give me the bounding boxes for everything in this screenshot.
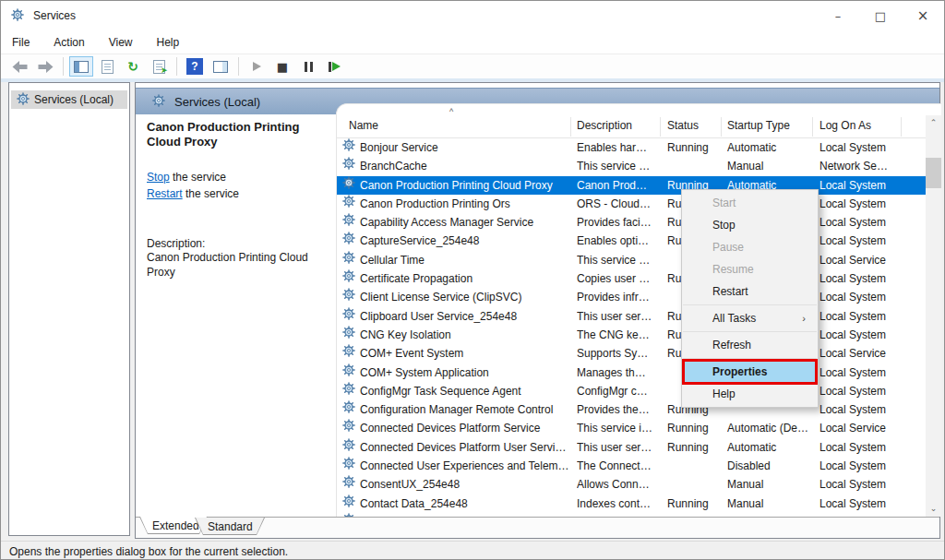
table-row[interactable]: Connected Devices Platform User Servi… T… [337, 438, 927, 457]
table-row[interactable]: COM+ Event System Supports Sy… Running L… [337, 344, 927, 363]
restart-service-icon[interactable] [322, 56, 346, 77]
context-menu-item-help[interactable]: Help [682, 383, 818, 405]
service-logon-cell: Network Se… [819, 157, 899, 175]
show-action-pane-icon[interactable] [209, 56, 233, 77]
toolbar-separator [238, 57, 239, 76]
service-gear-icon [342, 138, 355, 151]
service-name-cell: Canon Production Printing Ors [342, 195, 569, 213]
table-row[interactable]: ConsentUX_254e48 Allows Conn… Manual Loc… [337, 475, 927, 494]
table-row[interactable]: CNG Key Isolation The CNG ke… Running Lo… [337, 326, 927, 344]
refresh-icon[interactable]: ↻ [121, 56, 145, 77]
column-header-description[interactable]: Description [577, 119, 632, 132]
service-logon-cell: Local System [819, 195, 899, 213]
menu-view[interactable]: View [109, 36, 133, 49]
service-name-cell: CNG Key Isolation [342, 326, 569, 344]
selected-service-title: Canon Production Printing Cloud Proxy [147, 120, 331, 150]
status-text: Opens the properties dialog box for the … [9, 545, 288, 558]
tree-item-services-local[interactable]: Services (Local) [11, 90, 127, 109]
context-menu-item-all-tasks[interactable]: All Tasks› [682, 307, 818, 329]
menu-file[interactable]: File [12, 36, 30, 49]
stop-service-link[interactable]: Stop [147, 171, 170, 184]
table-row[interactable]: Canon Production Printing Cloud Proxy Ca… [337, 176, 927, 195]
scroll-down-icon[interactable]: ⌄ [926, 501, 941, 516]
statusbar: Opens the properties dialog box for the … [1, 541, 944, 560]
service-description-cell: Indexes cont… [577, 494, 662, 513]
table-row[interactable]: Bonjour Service Enables har… Running Aut… [337, 138, 927, 157]
service-status-cell: Running [667, 419, 723, 437]
context-menu-item-refresh[interactable]: Refresh [682, 334, 818, 356]
close-button[interactable]: × [902, 1, 944, 30]
stop-service-icon[interactable]: ■ [270, 56, 294, 77]
service-gear-icon [17, 92, 30, 105]
context-menu-item-resume: Resume [682, 258, 818, 280]
service-gear-icon [342, 475, 355, 488]
table-row[interactable]: Cellular Time This service … Local Servi… [337, 251, 927, 269]
context-menu-item-stop[interactable]: Stop [682, 214, 818, 236]
service-gear-icon [342, 382, 355, 395]
back-icon[interactable] [7, 56, 31, 77]
service-description-cell: ConfigMgr c… [577, 382, 662, 400]
table-row[interactable]: CaptureService_254e48 Enables opti… Runn… [337, 232, 927, 250]
column-header-status[interactable]: Status [667, 119, 699, 132]
help-icon[interactable]: ? [183, 56, 207, 77]
table-row[interactable]: Client License Service (ClipSVC) Provide… [337, 288, 927, 306]
description-text: Canon Production Printing Cloud Proxy [147, 251, 331, 280]
scrollbar-thumb[interactable] [926, 158, 941, 188]
menu-help[interactable]: Help [157, 36, 180, 49]
pause-service-icon[interactable] [296, 56, 320, 77]
services-window: Services – □ × File Action View Help ↻ ➤… [0, 0, 945, 560]
minimize-button[interactable]: – [817, 1, 859, 30]
table-row[interactable]: Connected User Experiences and Telem… Th… [337, 457, 927, 475]
service-gear-icon [11, 8, 24, 21]
tab-standard[interactable]: Standard [195, 518, 265, 535]
scroll-up-icon[interactable]: ⌃ [926, 115, 941, 130]
context-menu-item-restart[interactable]: Restart [682, 280, 818, 303]
service-description-cell: The CNG ke… [577, 326, 662, 344]
service-logon-cell: Local System [819, 138, 899, 157]
service-logon-cell: Local System [819, 494, 899, 513]
column-header-name[interactable]: Name [349, 119, 378, 132]
toolbar-separator [176, 57, 177, 76]
submenu-arrow-icon: › [802, 307, 806, 329]
maximize-button[interactable]: □ [859, 1, 902, 30]
service-logon-cell: Local System [819, 288, 899, 306]
table-row[interactable]: COM+ System Application Manages th… Loca… [337, 363, 927, 382]
table-row[interactable]: Capability Access Manager Service Provid… [337, 213, 927, 232]
forward-icon[interactable] [33, 56, 57, 77]
menu-action[interactable]: Action [54, 36, 84, 49]
service-logon-cell: Local Service [819, 251, 899, 269]
service-description-cell: The Connect… [577, 457, 662, 475]
service-name-cell: ConsentUX_254e48 [342, 475, 569, 494]
service-logon-cell: Local System [819, 400, 899, 419]
column-header-startup-type[interactable]: Startup Type [727, 119, 790, 132]
table-row[interactable]: Contact Data_254e48 Indexes cont… Runnin… [337, 494, 927, 513]
context-menu-item-start: Start [682, 192, 818, 214]
table-row[interactable]: Configuration Manager Remote Control Pro… [337, 400, 927, 419]
start-service-icon[interactable] [245, 56, 269, 77]
service-status-cell: Running [667, 138, 723, 157]
menu-separator [683, 331, 817, 332]
titlebar: Services – □ × [1, 1, 944, 30]
table-row[interactable]: BranchCache This service … Manual Networ… [337, 157, 927, 175]
service-name-cell: Clipboard User Service_254e48 [342, 307, 569, 326]
service-gear-icon [342, 457, 355, 470]
vertical-scrollbar[interactable]: ⌃ ⌄ [926, 115, 941, 517]
column-header-log-on-as[interactable]: Log On As [819, 119, 871, 132]
view-tabs: Extended Standard [136, 517, 939, 538]
service-name-cell: Bonjour Service [342, 138, 569, 157]
table-row[interactable]: Canon Production Printing Ors ORS - Clou… [337, 195, 927, 213]
service-status-cell [667, 457, 723, 475]
service-description-cell: This user ser… [577, 307, 662, 326]
properties-icon[interactable] [95, 56, 119, 77]
table-row[interactable]: Connected Devices Platform Service This … [337, 419, 927, 437]
show-console-tree-icon[interactable] [69, 56, 93, 77]
service-startup-cell: Automatic [727, 438, 816, 457]
restart-service-link[interactable]: Restart [147, 187, 183, 200]
export-list-icon[interactable]: ➤ [147, 56, 171, 77]
toolbar-separator [63, 57, 64, 76]
table-row[interactable]: Clipboard User Service_254e48 This user … [337, 307, 927, 326]
table-row[interactable]: Certificate Propagation Copies user … Ru… [337, 269, 927, 288]
table-row[interactable]: ConfigMgr Task Sequence Agent ConfigMgr … [337, 382, 927, 400]
console-tree-panel: Services (Local) [8, 82, 130, 536]
context-menu-item-properties[interactable]: Properties [684, 361, 816, 383]
